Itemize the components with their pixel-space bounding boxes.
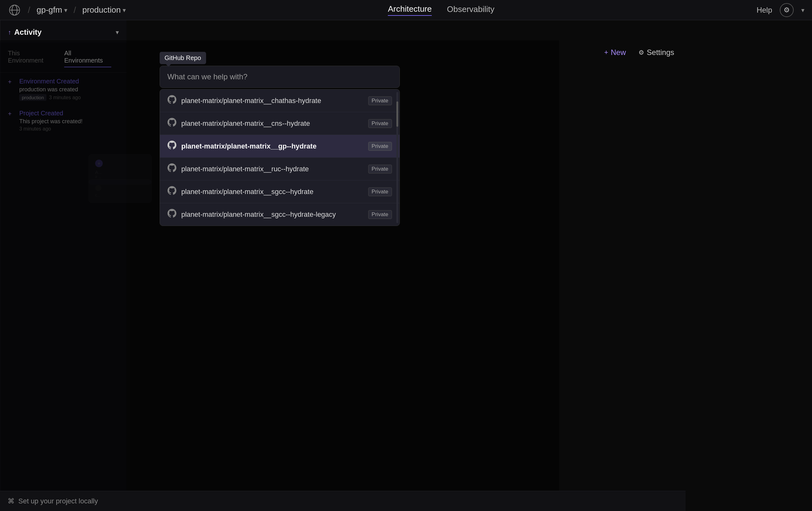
canvas-area[interactable]: + A... # ... c... + New ⚙ Settings Gi [0, 40, 686, 491]
repo-tooltip: GitHub Repo [160, 52, 206, 64]
nav-observability[interactable]: Observability [447, 4, 494, 16]
repo-item[interactable]: planet-matrix/planet-matrix__ruc--hydrat… [160, 158, 400, 180]
github-icon [168, 209, 176, 220]
repo-name: planet-matrix/planet-matrix__ruc--hydrat… [181, 165, 363, 173]
env-name: production [82, 5, 120, 15]
github-icon [168, 163, 176, 175]
topnav: / gp-gfm ▾ / production ▾ Architecture O… [0, 0, 812, 20]
org-name: gp-gfm [37, 5, 62, 15]
env-selector[interactable]: production ▾ [82, 5, 125, 15]
plus-icon: + [604, 48, 608, 57]
repo-item-selected[interactable]: planet-matrix/planet-matrix__gp--hydrate… [160, 135, 400, 158]
activity-icon: ↑ [8, 29, 11, 36]
gear-icon: ⚙ [784, 6, 790, 14]
repo-badge: Private [368, 119, 392, 128]
org-selector[interactable]: gp-gfm ▾ [37, 5, 67, 15]
github-icon [168, 118, 176, 129]
repo-name: planet-matrix/planet-matrix__sgcc--hydra… [181, 210, 363, 219]
bottom-bar: ⌘ Set up your project locally [0, 491, 686, 511]
repo-badge: Private [368, 187, 392, 196]
sidebar-collapse-button[interactable]: ▾ [116, 28, 119, 36]
terminal-icon: ⌘ [7, 497, 14, 505]
gear-chevron-icon[interactable]: ▾ [801, 6, 805, 14]
github-icon [168, 95, 176, 106]
topnav-center: Architecture Observability [131, 4, 752, 16]
repo-item[interactable]: planet-matrix/planet-matrix__chathas-hyd… [160, 89, 400, 112]
settings-button[interactable]: ⚙ Settings [633, 46, 679, 59]
bottom-bar-label[interactable]: Set up your project locally [18, 497, 98, 505]
new-button[interactable]: + New [599, 46, 631, 59]
scrollbar-thumb[interactable] [396, 101, 398, 127]
repo-badge: Private [368, 142, 392, 151]
sidebar-header: ↑ Activity ▾ [0, 25, 126, 42]
sidebar-title: ↑ Activity [8, 28, 42, 37]
search-placeholder: What can we help with? [168, 72, 248, 81]
repo-name: planet-matrix/planet-matrix__cns--hydrat… [181, 119, 363, 128]
org-chevron-icon: ▾ [64, 6, 67, 14]
repo-search-box[interactable]: What can we help with? [160, 66, 400, 88]
nav-separator-2: / [74, 5, 76, 15]
repo-list: planet-matrix/planet-matrix__chathas-hyd… [160, 89, 400, 226]
repo-item[interactable]: planet-matrix/planet-matrix__sgcc--hydra… [160, 203, 400, 226]
scrollbar-track[interactable] [396, 92, 398, 223]
settings-gear-icon: ⚙ [638, 49, 644, 56]
github-icon [168, 186, 176, 197]
nav-separator: / [28, 5, 30, 15]
repo-name: planet-matrix/planet-matrix__gp--hydrate [181, 142, 363, 150]
help-link[interactable]: Help [757, 6, 772, 14]
nav-architecture[interactable]: Architecture [388, 4, 432, 16]
repo-name: planet-matrix/planet-matrix__chathas-hyd… [181, 97, 363, 105]
repo-badge: Private [368, 210, 392, 219]
repo-item[interactable]: planet-matrix/planet-matrix__sgcc--hydra… [160, 180, 400, 203]
modal-overlay: GitHub Repo What can we help with? [0, 40, 559, 491]
main-content: + A... # ... c... + New ⚙ Settings Gi [0, 20, 812, 511]
settings-gear-button[interactable]: ⚙ [780, 3, 794, 17]
repo-badge: Private [368, 96, 392, 105]
topnav-right: Help ⚙ ▾ [757, 3, 805, 17]
github-icon [168, 141, 176, 152]
repo-name: planet-matrix/planet-matrix__sgcc--hydra… [181, 188, 363, 196]
repo-badge: Private [368, 164, 392, 174]
repo-item[interactable]: planet-matrix/planet-matrix__cns--hydrat… [160, 112, 400, 135]
logo[interactable] [7, 3, 22, 17]
env-chevron-icon: ▾ [123, 6, 126, 14]
canvas-toolbar: + New ⚙ Settings [592, 40, 686, 64]
repo-dropdown: GitHub Repo What can we help with? [160, 66, 400, 226]
